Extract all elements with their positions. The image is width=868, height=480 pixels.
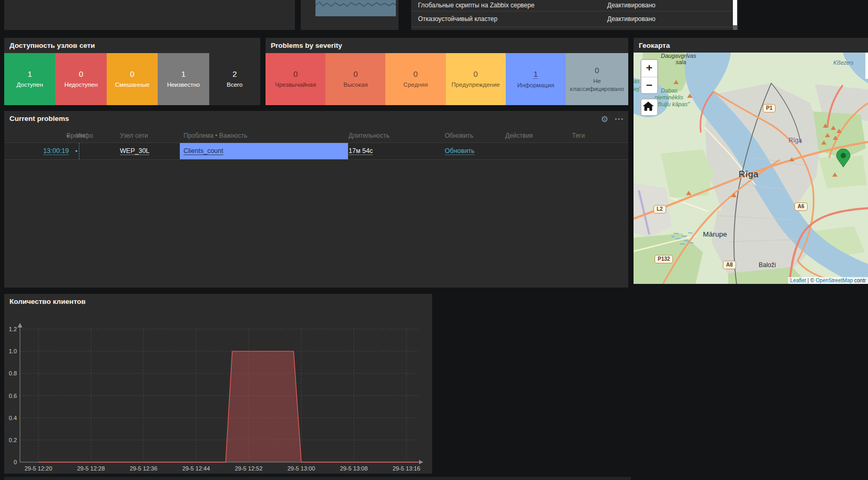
attribution-tail: contr (853, 278, 866, 283)
mini-graph-widget (301, 0, 399, 30)
column-header-time[interactable]: Время ▾ (32, 129, 69, 143)
card-count: 0 (293, 69, 298, 78)
widget-title: Current problems (4, 111, 628, 126)
availability-card-available: 1 Доступен (4, 53, 55, 105)
card-label: Средняя (399, 81, 432, 88)
param-name: Отказоустойчивый кластер (418, 11, 497, 27)
column-header-update: Обновить (445, 129, 473, 142)
problems-by-severity-widget: Problems by severity 0 Чрезвычайная 0 Вы… (265, 38, 628, 105)
problem-link[interactable]: Clients_count (183, 147, 223, 155)
card-label: Информация (513, 81, 558, 89)
card-count: 0 (413, 69, 417, 78)
update-link[interactable]: Обновить (445, 147, 475, 155)
nature-label: Dabas (661, 87, 678, 94)
scrollbar-track[interactable] (733, 0, 737, 30)
attribution-sep: | © (806, 278, 815, 283)
availability-card-unknown: 1 Неизвестно (158, 53, 209, 105)
host-availability-widget: Доступность узлов сети 1 Доступен 0 Недо… (4, 38, 260, 105)
svg-text:0.4: 0.4 (9, 415, 17, 421)
svg-text:29-5 13:08: 29-5 13:08 (340, 465, 368, 472)
availability-card-unavailable: 0 Недоступен (55, 53, 106, 105)
svg-text:29-5 12:36: 29-5 12:36 (130, 465, 158, 472)
card-count: 0 (79, 69, 83, 78)
svg-text:29-5 12:28: 29-5 12:28 (77, 465, 105, 472)
page-scrollbar[interactable] (865, 53, 868, 79)
island-label: Daugavgrīvas (661, 53, 696, 59)
card-count: 2 (232, 69, 237, 78)
host-link[interactable]: WEP_30L (120, 147, 149, 155)
problems-table-header: Время ▾ Инфо Узел сети Проблема • Важнос… (4, 129, 628, 142)
geomap-widget: Геокарта (634, 38, 868, 284)
severity-card-information: 1 Информация (506, 53, 566, 105)
card-count: 0 (130, 69, 134, 78)
island-label: sala (676, 59, 686, 65)
table-row: Отказоустойчивый кластер Деактивировано (411, 11, 738, 27)
severity-card-average: 0 Средняя (385, 53, 445, 105)
nature-label: "Buļļu kāpas" (656, 101, 690, 107)
timeline-dot-icon: • (75, 143, 78, 159)
svg-text:29-5 13:16: 29-5 13:16 (393, 465, 421, 472)
clients-graph-plot[interactable]: 00.20.40.60.81.01.229-5 12:2029-5 12:282… (4, 308, 432, 476)
card-label: Предупреждение (447, 81, 504, 88)
card-count: 0 (474, 69, 478, 78)
svg-text:29-5 12:20: 29-5 12:20 (25, 465, 53, 472)
road-shield-a8: A8 (723, 261, 736, 269)
card-label: Доступен (13, 81, 47, 88)
map-canvas[interactable]: Daugavgrīvas sala Kīšezers Dabas pieminē… (634, 53, 868, 284)
card-label: Всего (222, 81, 247, 88)
scrollbar-thumb[interactable] (733, 0, 737, 25)
zoom-out-button[interactable]: − (641, 77, 657, 94)
problem-severity-cell: Clients_count (180, 143, 348, 159)
svg-text:1.0: 1.0 (9, 348, 17, 354)
column-header-tags: Теги (572, 129, 585, 142)
availability-cards: 1 Доступен 0 Недоступен 0 Смешанные 1 Не… (4, 53, 260, 105)
edge-label: as (634, 78, 640, 84)
problem-time-link[interactable]: 13:00:19 (43, 147, 69, 155)
card-label: Не классифицировано (566, 77, 628, 93)
severity-card-disaster: 0 Чрезвычайная (265, 53, 325, 105)
town-label-balozi: Baloži (759, 261, 776, 269)
param-value: Деактивировано (607, 11, 656, 27)
city-label: Rīga (739, 169, 759, 180)
svg-text:0.6: 0.6 (9, 393, 17, 399)
severity-cards: 0 Чрезвычайная 0 Высокая 0 Средняя 0 Пре… (265, 53, 628, 105)
svg-text:29-5 12:44: 29-5 12:44 (182, 465, 210, 472)
widget-title: Геокарта (634, 38, 868, 53)
map-zoom-control: + − (640, 59, 658, 94)
column-header-duration: Длительность (349, 129, 390, 142)
card-count: 0 (353, 69, 358, 78)
road-shield-p132: P132 (655, 255, 673, 263)
param-name: Глобальные скрипты на Zabbix сервере (418, 0, 535, 11)
column-header-problem: Проблема • Важность (183, 129, 248, 142)
town-label-marupe: Mārupe (703, 230, 727, 238)
zabbix-dashboard: Глобальные скрипты на Zabbix сервере Деа… (0, 0, 868, 480)
next-widget-edge (4, 477, 631, 480)
problem-row: 13:00:19 • WEP_30L Clients_count 17м 54с… (4, 142, 628, 160)
severity-count-link[interactable]: 1 (534, 69, 538, 79)
card-label: Высокая (339, 81, 372, 88)
openstreetmap-link[interactable]: OpenStreetMap (815, 278, 853, 283)
home-icon (641, 99, 655, 113)
mini-graph-line-icon (315, 0, 396, 16)
card-count: 1 (181, 69, 186, 78)
zoom-in-button[interactable]: + (641, 60, 657, 77)
ellipsis-icon[interactable]: ••• (615, 116, 624, 122)
mini-graph-thumbnail (315, 0, 396, 16)
road-shield-l2: L2 (653, 205, 666, 213)
svg-text:29-5 13:00: 29-5 13:00 (288, 465, 315, 472)
problem-update-cell: Обновить (445, 143, 475, 159)
column-header-actions: Действия (505, 129, 533, 142)
widget-title: Доступность узлов сети (4, 38, 260, 53)
availability-card-mixed: 0 Смешанные (107, 53, 158, 105)
nature-label: pieminēklis (655, 94, 683, 100)
current-problems-widget: Current problems ⚙ ••• Время ▾ Инфо Узел… (4, 111, 628, 288)
gear-icon[interactable]: ⚙ (601, 114, 608, 124)
problem-host-cell: WEP_30L (120, 143, 149, 159)
severity-card-high: 0 Высокая (325, 53, 385, 105)
card-label: Недоступен (60, 81, 101, 88)
leaflet-link[interactable]: Leaflet (790, 278, 806, 283)
map-home-button[interactable] (640, 98, 658, 116)
severity-card-not-classified: 0 Не классифицировано (566, 53, 628, 105)
lake-label: Kīšezers (833, 60, 853, 66)
widget-title: Количество клиентов (4, 294, 432, 309)
